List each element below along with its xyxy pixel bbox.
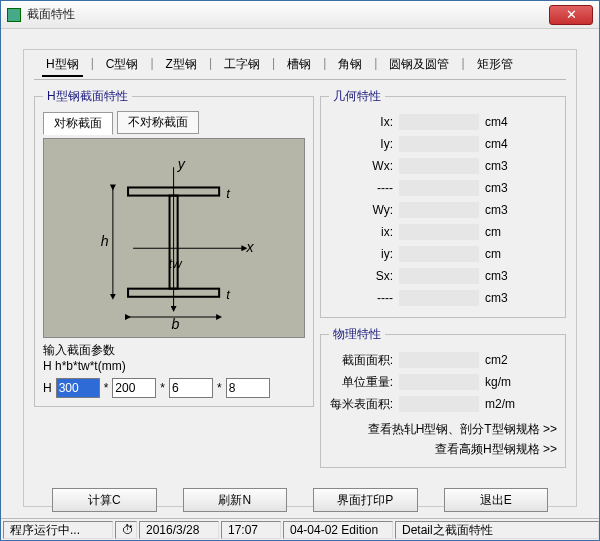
prop-value (399, 246, 479, 262)
prop-label: Wx: (329, 159, 393, 173)
prop-unit: cm3 (485, 181, 525, 195)
status-time: 17:07 (221, 521, 281, 539)
clock-icon: ⏱ (115, 521, 137, 539)
svg-text:t: t (227, 186, 232, 201)
svg-text:h: h (101, 233, 109, 249)
prop-value (399, 268, 479, 284)
exit-button[interactable]: 退出E (444, 488, 549, 512)
prop-unit: cm4 (485, 115, 525, 129)
svg-text:tw: tw (169, 256, 184, 271)
param-format: H h*b*tw*t(mm) (43, 358, 305, 374)
print-button[interactable]: 界面打印P (313, 488, 418, 512)
geometric-props-group: 几何特性 Ix:cm4Iy:cm4Wx:cm3----cm3Wy:cm3ix:c… (320, 88, 566, 318)
prop-unit: cm2 (485, 353, 525, 367)
prop-value (399, 290, 479, 306)
svg-text:t: t (227, 287, 232, 302)
tab-z-steel[interactable]: Z型钢 (162, 54, 201, 77)
prop-row: 单位重量:kg/m (329, 371, 557, 393)
tab-divider (34, 79, 566, 80)
prop-label: ---- (329, 181, 393, 195)
prop-value (399, 396, 479, 412)
prop-row: ----cm3 (329, 287, 557, 309)
prop-row: Sx:cm3 (329, 265, 557, 287)
tab-h-steel[interactable]: H型钢 (42, 54, 83, 77)
param-row: H * * * (43, 378, 305, 398)
param-title: 输入截面参数 (43, 342, 305, 358)
prop-value (399, 180, 479, 196)
prop-value (399, 114, 479, 130)
prop-row: ----cm3 (329, 177, 557, 199)
titlebar: 截面特性 ✕ (1, 1, 599, 29)
prop-unit: cm3 (485, 203, 525, 217)
input-t[interactable] (226, 378, 270, 398)
physical-props-group: 物理特性 截面面积:cm2单位重量:kg/m每米表面积:m2/m 查看热轧H型钢… (320, 326, 566, 468)
param-header: 输入截面参数 H h*b*tw*t(mm) (43, 342, 305, 374)
prop-label: 单位重量: (329, 374, 393, 391)
prop-row: Iy:cm4 (329, 133, 557, 155)
close-button[interactable]: ✕ (549, 5, 593, 25)
status-module: Detail之截面特性 (395, 521, 599, 539)
section-tabs: H型钢| C型钢| Z型钢| 工字钢| 槽钢| 角钢| 圆钢及圆管| 矩形管 (24, 50, 576, 77)
prop-unit: cm (485, 225, 525, 239)
tab-channel[interactable]: 槽钢 (283, 54, 315, 77)
status-date: 2016/3/28 (139, 521, 219, 539)
prop-unit: cm (485, 247, 525, 261)
svg-text:b: b (172, 316, 180, 329)
prop-row: iy:cm (329, 243, 557, 265)
refresh-button[interactable]: 刷新N (183, 488, 288, 512)
prop-value (399, 374, 479, 390)
section-diagram: y x tw t t h b (43, 138, 305, 338)
status-running: 程序运行中... (3, 521, 113, 539)
tab-symmetric[interactable]: 对称截面 (43, 112, 113, 135)
input-tw[interactable] (169, 378, 213, 398)
prop-unit: m2/m (485, 397, 525, 411)
prop-value (399, 136, 479, 152)
prop-unit: cm3 (485, 159, 525, 173)
prop-value (399, 158, 479, 174)
geometric-props-title: 几何特性 (329, 88, 385, 105)
prop-label: 截面面积: (329, 352, 393, 369)
tab-rect-tube[interactable]: 矩形管 (473, 54, 517, 77)
sep-star: * (104, 381, 109, 395)
input-b[interactable] (112, 378, 156, 398)
physical-props-title: 物理特性 (329, 326, 385, 343)
prop-unit: kg/m (485, 375, 525, 389)
prop-label: ---- (329, 291, 393, 305)
prop-label: 每米表面积: (329, 396, 393, 413)
link-highfreq[interactable]: 查看高频H型钢规格 >> (329, 439, 557, 459)
svg-text:x: x (246, 239, 255, 255)
prop-value (399, 224, 479, 240)
link-hotrolled[interactable]: 查看热轧H型钢、剖分T型钢规格 >> (329, 419, 557, 439)
svg-text:y: y (177, 156, 186, 172)
sep-star: * (217, 381, 222, 395)
prop-row: ix:cm (329, 221, 557, 243)
prop-unit: cm4 (485, 137, 525, 151)
tab-i-steel[interactable]: 工字钢 (220, 54, 264, 77)
input-h[interactable] (56, 378, 100, 398)
prop-row: Wy:cm3 (329, 199, 557, 221)
prop-label: Iy: (329, 137, 393, 151)
button-bar: 计算C 刷新N 界面打印P 退出E (24, 476, 576, 512)
prop-row: Ix:cm4 (329, 111, 557, 133)
section-props-title: H型钢截面特性 (43, 88, 132, 105)
section-props-group: H型钢截面特性 对称截面 不对称截面 y x (34, 88, 314, 407)
tab-asymmetric[interactable]: 不对称截面 (117, 111, 199, 134)
prop-label: Ix: (329, 115, 393, 129)
main-panel: H型钢| C型钢| Z型钢| 工字钢| 槽钢| 角钢| 圆钢及圆管| 矩形管 H… (23, 49, 577, 507)
tab-round[interactable]: 圆钢及圆管 (385, 54, 453, 77)
tab-angle[interactable]: 角钢 (334, 54, 366, 77)
prop-label: iy: (329, 247, 393, 261)
prop-value (399, 202, 479, 218)
prop-label: Wy: (329, 203, 393, 217)
tab-c-steel[interactable]: C型钢 (102, 54, 143, 77)
param-label-h: H (43, 381, 52, 395)
prop-label: Sx: (329, 269, 393, 283)
calc-button[interactable]: 计算C (52, 488, 157, 512)
app-window: 截面特性 ✕ H型钢| C型钢| Z型钢| 工字钢| 槽钢| 角钢| 圆钢及圆管… (0, 0, 600, 541)
prop-row: Wx:cm3 (329, 155, 557, 177)
window-title: 截面特性 (27, 6, 549, 23)
symmetry-tabs: 对称截面 不对称截面 (43, 111, 305, 134)
client-area: H型钢| C型钢| Z型钢| 工字钢| 槽钢| 角钢| 圆钢及圆管| 矩形管 H… (1, 29, 599, 540)
prop-unit: cm3 (485, 269, 525, 283)
status-edition: 04-04-02 Edition (283, 521, 393, 539)
